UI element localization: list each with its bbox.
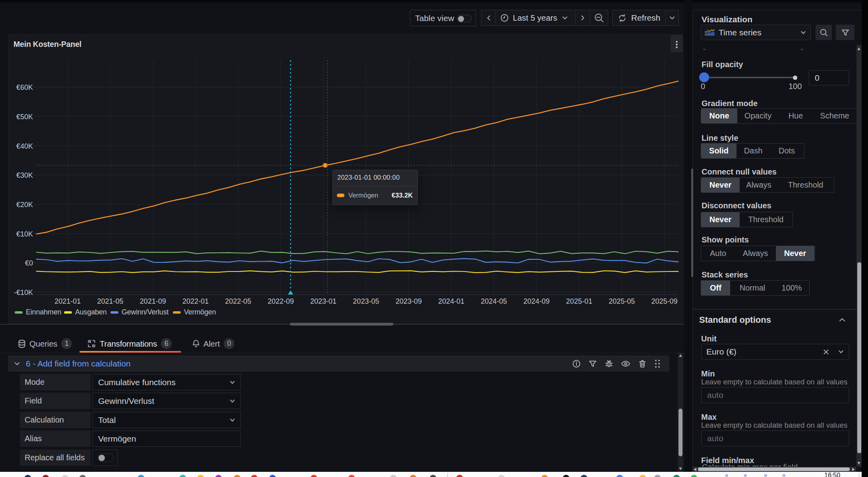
svg-text:16:50: 16:50 [824,472,840,477]
svg-text:€60K: €60K [16,83,33,91]
svg-text:€50K: €50K [16,113,33,121]
svg-text:€0: €0 [25,259,33,267]
svg-text:2022-05: 2022-05 [225,297,251,305]
svg-text:2024-01: 2024-01 [438,297,464,305]
svg-text:2024-05: 2024-05 [481,297,507,305]
svg-text:€40K: €40K [16,142,33,150]
svg-text:2023-05: 2023-05 [353,297,379,305]
svg-text:2025-09: 2025-09 [651,297,677,305]
svg-text:2025-05: 2025-05 [609,297,635,305]
svg-text:2023-01: 2023-01 [310,297,336,305]
svg-text:»: » [782,472,785,477]
svg-text:2022-01: 2022-01 [182,297,209,305]
svg-text:2021-09: 2021-09 [140,297,166,305]
svg-text:2021-01: 2021-01 [54,297,81,305]
svg-text:»: » [764,472,767,477]
svg-text:2024-09: 2024-09 [524,297,550,305]
svg-text:€30K: €30K [16,171,33,179]
svg-text:2021-05: 2021-05 [97,297,124,305]
svg-text:-€10K: -€10K [14,289,33,297]
svg-text:2025-01: 2025-01 [566,297,592,305]
svg-text:2022-09: 2022-09 [268,297,294,305]
svg-text:€10K: €10K [16,230,33,238]
svg-text:»: » [744,472,747,477]
svg-text:2023-09: 2023-09 [396,297,422,305]
svg-text:»: » [725,472,728,477]
svg-text:€20K: €20K [16,201,33,209]
